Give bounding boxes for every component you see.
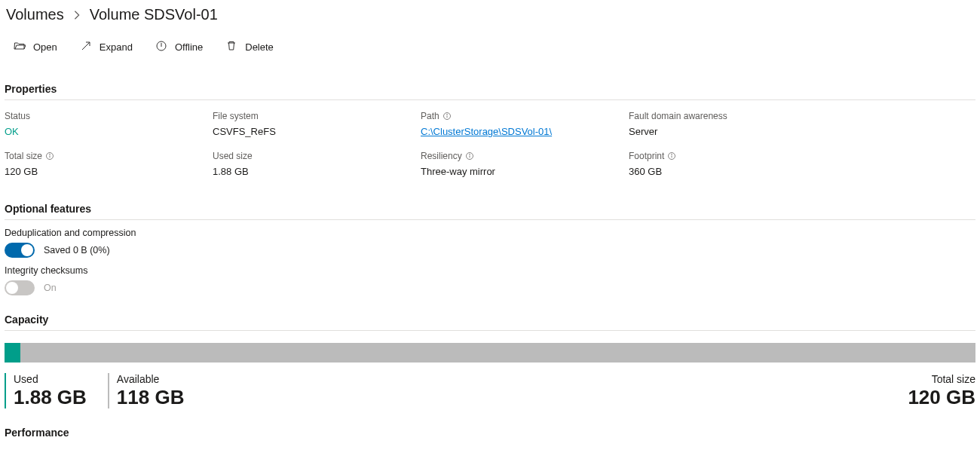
section-performance: Performance [5,416,975,443]
integrity-row: Integrity checksums On [5,258,975,295]
capacity-bar-used [5,343,20,363]
capacity-available: Available 118 GB [108,373,185,408]
folder-open-icon [14,40,26,54]
chevron-right-icon [72,10,82,20]
delete-label: Delete [245,41,274,53]
info-icon [443,112,452,121]
used-size-value: 1.88 GB [213,166,403,177]
total-size-label: Total size [5,151,194,161]
capacity-bar [5,343,975,363]
expand-icon [80,40,92,54]
dedup-row: Deduplication and compression Saved 0 B … [5,220,975,258]
used-size-label: Used size [213,151,403,161]
svg-point-4 [50,154,51,154]
integrity-label: Integrity checksums [5,265,975,276]
capacity-available-label: Available [117,373,185,385]
capacity-total-label: Total size [908,373,975,385]
expand-label: Expand [100,41,133,53]
resiliency-label-text: Resiliency [421,151,462,161]
offline-button[interactable]: Offline [155,40,203,54]
open-button[interactable]: Open [14,40,57,54]
capacity-available-value: 118 GB [117,387,185,408]
total-size-value: 120 GB [5,166,194,177]
dedup-label: Deduplication and compression [5,228,975,238]
capacity-used-value: 1.88 GB [14,387,87,408]
properties-grid: Status OK File system CSVFS_ReFS Path C:… [5,100,819,185]
toolbar: Open Expand Offline Delete [5,26,975,65]
status-value: OK [5,126,194,137]
section-capacity: Capacity [5,303,975,331]
dedup-status: Saved 0 B (0%) [44,245,110,255]
section-properties: Properties [5,72,975,100]
breadcrumb-current: Volume SDSVol-01 [90,6,218,23]
section-optional: Optional features [5,192,975,220]
svg-point-6 [469,154,470,154]
resiliency-value: Three-way mirror [421,166,611,177]
capacity-total: Total size 120 GB [908,373,975,408]
capacity-total-value: 120 GB [908,387,975,408]
svg-point-2 [446,114,447,115]
delete-button[interactable]: Delete [225,40,274,54]
prop-used-size: Used size 1.88 GB [213,151,403,177]
path-link[interactable]: C:\ClusterStorage\SDSVol-01\ [421,126,552,137]
info-icon [45,151,54,161]
integrity-toggle [5,280,35,295]
filesystem-label: File system [213,111,403,121]
dedup-toggle[interactable] [5,243,35,258]
prop-filesystem: File system CSVFS_ReFS [213,111,403,137]
prop-fault-domain: Fault domain awareness Server [629,111,819,137]
prop-status: Status OK [5,111,194,137]
capacity-used-label: Used [14,373,87,385]
footprint-label-text: Footprint [629,151,664,161]
breadcrumb-root[interactable]: Volumes [6,6,64,23]
breadcrumb: Volumes Volume SDSVol-01 [5,5,975,26]
footprint-label: Footprint [629,151,819,161]
trash-icon [225,40,237,54]
prop-resiliency: Resiliency Three-way mirror [421,151,611,177]
path-value[interactable]: C:\ClusterStorage\SDSVol-01\ [421,126,611,137]
status-label: Status [5,111,194,121]
open-label: Open [33,41,57,53]
info-icon [465,151,474,161]
svg-point-8 [672,154,672,154]
total-size-label-text: Total size [5,151,42,161]
path-label: Path [421,111,611,121]
path-label-text: Path [421,111,439,121]
footprint-value: 360 GB [629,166,819,177]
offline-icon [155,40,167,54]
expand-button[interactable]: Expand [80,40,133,54]
capacity-used: Used 1.88 GB [5,373,87,408]
prop-total-size: Total size 120 GB [5,151,194,177]
info-icon [667,151,676,161]
fault-domain-value: Server [629,126,819,137]
filesystem-value: CSVFS_ReFS [213,126,403,137]
fault-domain-label: Fault domain awareness [629,111,819,121]
prop-footprint: Footprint 360 GB [629,151,819,177]
integrity-status: On [44,283,57,293]
capacity-stats: Used 1.88 GB Available 118 GB Total size… [5,363,975,408]
offline-label: Offline [175,41,203,53]
prop-path: Path C:\ClusterStorage\SDSVol-01\ [421,111,611,137]
resiliency-label: Resiliency [421,151,611,161]
